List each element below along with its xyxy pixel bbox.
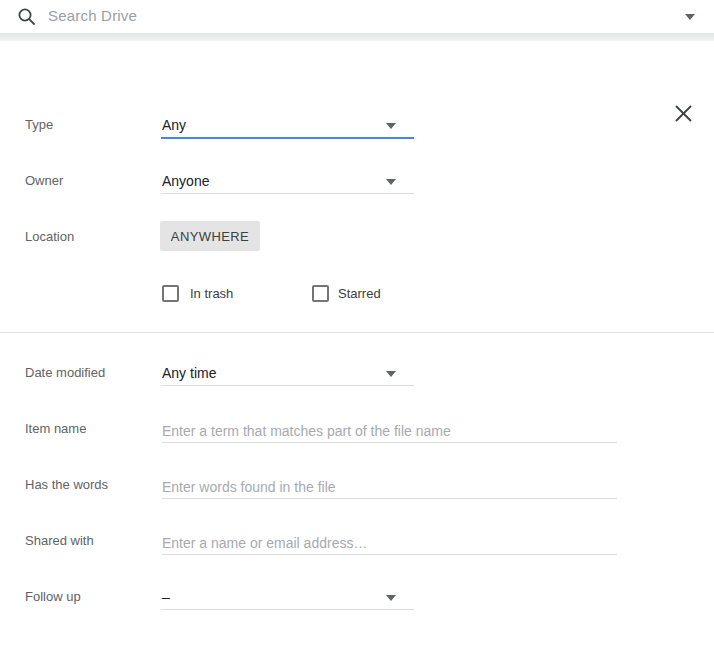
in-trash-checkbox[interactable] bbox=[162, 285, 179, 302]
location-anywhere-button[interactable]: ANYWHERE bbox=[160, 221, 260, 251]
in-trash-label: In trash bbox=[190, 286, 233, 301]
searchbar-shadow bbox=[0, 33, 714, 41]
date-modified-underline bbox=[161, 385, 414, 386]
owner-label: Owner bbox=[25, 173, 63, 188]
has-words-label: Has the words bbox=[25, 477, 108, 492]
owner-value: Anyone bbox=[162, 173, 209, 189]
search-icon[interactable] bbox=[17, 7, 36, 26]
item-name-input[interactable] bbox=[162, 419, 617, 443]
chevron-down-icon bbox=[386, 179, 396, 185]
search-input-placeholder[interactable]: Search Drive bbox=[48, 7, 137, 24]
starred-checkbox[interactable] bbox=[312, 285, 329, 302]
divider bbox=[0, 332, 714, 333]
chevron-down-icon bbox=[386, 123, 396, 129]
chevron-down-icon bbox=[386, 371, 396, 377]
starred-label: Starred bbox=[338, 286, 381, 301]
has-words-input[interactable] bbox=[162, 475, 617, 499]
owner-underline bbox=[161, 193, 414, 194]
follow-up-underline bbox=[161, 609, 414, 610]
chevron-down-icon bbox=[386, 595, 396, 601]
advanced-search-panel: Type Any Owner Anyone Location ANYWHERE … bbox=[0, 41, 714, 660]
type-value: Any bbox=[162, 117, 186, 133]
follow-up-value: – bbox=[162, 589, 170, 605]
location-label: Location bbox=[25, 229, 74, 244]
search-bar[interactable]: Search Drive bbox=[0, 0, 714, 33]
shared-with-label: Shared with bbox=[25, 533, 94, 548]
date-modified-label: Date modified bbox=[25, 365, 105, 380]
date-modified-value: Any time bbox=[162, 365, 216, 381]
item-name-label: Item name bbox=[25, 421, 86, 436]
follow-up-label: Follow up bbox=[25, 589, 81, 604]
close-icon[interactable] bbox=[673, 103, 694, 124]
chevron-down-icon[interactable] bbox=[685, 14, 695, 20]
type-underline-focused bbox=[161, 137, 414, 139]
type-label: Type bbox=[25, 117, 53, 132]
shared-with-input[interactable] bbox=[162, 531, 617, 555]
